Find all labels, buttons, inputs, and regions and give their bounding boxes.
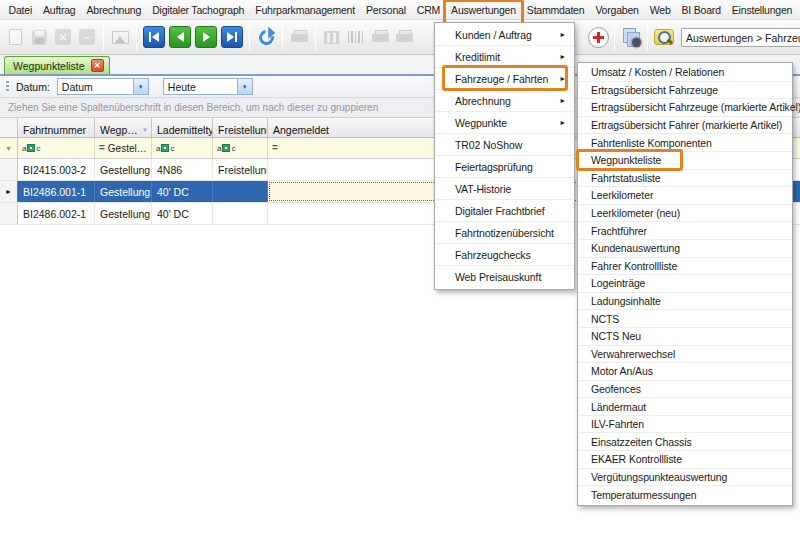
drag-grip-icon[interactable] [6, 81, 9, 92]
filter-cell-lademitteltyp[interactable]: ac [152, 138, 213, 158]
menu-item[interactable]: Fahrzeuge / Fahrten ► [435, 68, 574, 90]
print-preview-button[interactable] [368, 25, 392, 49]
submenu-item[interactable]: Motor An/Aus [578, 363, 792, 381]
chevron-down-icon[interactable]: ▼ [133, 79, 148, 94]
cell-lademitteltyp[interactable]: 40' DC [152, 181, 213, 202]
refresh-button[interactable] [254, 25, 278, 49]
menu-item[interactable]: Digitaler Frachtbrief [435, 200, 574, 222]
submenu-item[interactable]: Leerkilometer [578, 187, 792, 205]
submenu-item[interactable]: Vergütungspunkteauswertung [578, 469, 792, 487]
cell-wegpunkt[interactable]: Gestellung [95, 181, 152, 202]
submenu-item[interactable]: Fahrer Kontrollliste [578, 258, 792, 276]
menubar-item[interactable]: Stammdaten [521, 0, 590, 19]
submenu-item[interactable]: NCTS [578, 310, 792, 328]
menu-item[interactable]: TR02 NoShow [435, 134, 574, 156]
cell-lademitteltyp[interactable]: 40' DC [152, 203, 213, 224]
submenu-item[interactable]: Ländermaut [578, 398, 792, 416]
submenu-item[interactable]: Einsatzzeiten Chassis [578, 433, 792, 451]
submenu-item[interactable]: Frachtführer [578, 222, 792, 240]
menubar-item[interactable]: Datei [3, 0, 38, 19]
cell-wegpunkt[interactable]: Gestellung [95, 203, 152, 224]
submenu-item[interactable]: Umsatz / Kosten / Relationen [578, 64, 792, 82]
nav-previous-button[interactable] [169, 26, 191, 48]
cell-freistellung[interactable] [213, 181, 268, 202]
menubar-item[interactable]: Vorgaben [590, 0, 644, 19]
process-button[interactable] [619, 25, 643, 49]
submenu-item[interactable]: NCTS Neu [578, 328, 792, 346]
submenu-item[interactable]: Ertragsübersicht Fahrer (markierte Artik… [578, 117, 792, 135]
menubar-item[interactable]: BI Board [676, 0, 726, 19]
submenu-item[interactable]: Wegpunkteliste [578, 152, 792, 170]
menu-item[interactable]: VAT-Historie [435, 178, 574, 200]
nav-next-button[interactable] [195, 26, 217, 48]
submenu-item[interactable]: Leerkilometer (neu) [578, 205, 792, 223]
submenu-item[interactable]: Ertragsübersicht Fahrzeuge (markierte Ar… [578, 99, 792, 117]
add-button[interactable] [586, 25, 610, 49]
menubar-item[interactable]: Personal [360, 0, 411, 19]
cell-fahrtnummer[interactable]: BI2486.002-1 [18, 203, 95, 224]
filter-cell-fahrtnummer[interactable]: ac [18, 138, 95, 158]
menu-item[interactable]: Kunden / Auftrag ► [435, 24, 574, 46]
menubar-item[interactable]: Fuhrparkmanagement [250, 0, 361, 19]
cell-fahrtnummer[interactable]: BI2486.001-1 [18, 181, 95, 202]
filter-cell-freistellung[interactable]: ac [213, 138, 268, 158]
submenu-item[interactable]: Verwahrerwechsel [578, 346, 792, 364]
menu-item[interactable]: Web Preisauskunft [435, 266, 574, 288]
barcode-button[interactable] [344, 25, 368, 49]
tab-close-button[interactable]: ✕ [91, 59, 104, 72]
filter-funnel-icon[interactable]: ▼ [142, 127, 148, 133]
export-image-button[interactable] [108, 25, 132, 49]
cell-fahrtnummer[interactable]: BI2415.003-2 [18, 159, 95, 180]
submenu-item-label: Ladungsinhalte [591, 295, 661, 307]
fence-grid-button[interactable] [320, 25, 344, 49]
remove-button[interactable]: − [75, 25, 99, 49]
filter-cell-wegpunkt[interactable]: =Gestellung [95, 138, 152, 158]
menu-item[interactable]: Abrechnung ► [435, 90, 574, 112]
chevron-down-icon[interactable]: ▼ [237, 79, 252, 94]
print-export-button[interactable] [392, 25, 416, 49]
menubar-item[interactable]: Abrechnung [81, 0, 147, 19]
cell-lademitteltyp[interactable]: 4N86 [152, 159, 213, 180]
nav-first-button[interactable] [143, 26, 165, 48]
column-header-lademitteltyp[interactable]: Lademitteltyp [152, 118, 213, 137]
column-header-wegpunkt[interactable]: Wegpunkt▼ [95, 118, 152, 137]
menu-item[interactable]: Feiertagsprüfung [435, 156, 574, 178]
print-button[interactable] [287, 25, 311, 49]
date-range-combo[interactable]: Heute ▼ [163, 78, 253, 95]
submenu-item[interactable]: Ladungsinhalte [578, 293, 792, 311]
submenu-item[interactable]: Logeinträge [578, 275, 792, 293]
menu-item[interactable]: Wegpunkte ► [435, 112, 574, 134]
menu-item[interactable]: Kreditlimit ► [435, 46, 574, 68]
save-button[interactable] [27, 25, 51, 49]
cell-freistellung[interactable] [213, 203, 268, 224]
submenu-item[interactable]: Fahrtstatusliste [578, 170, 792, 188]
column-header-freistellung[interactable]: Freistellung [213, 118, 268, 137]
menu-item[interactable]: Fahrzeugchecks [435, 244, 574, 266]
submenu-item[interactable]: Fahrtenliste Komponenten [578, 134, 792, 152]
cell-wegpunkt[interactable]: Gestellung [95, 159, 152, 180]
submenu-item[interactable]: EKAER Kontrollliste [578, 451, 792, 469]
filter-indicator-cell[interactable]: ▼ [0, 138, 18, 158]
menubar-item[interactable]: Digitaler Tachograph [147, 0, 250, 19]
delete-button[interactable]: ✕ [51, 25, 75, 49]
cell-freistellung[interactable]: Freistellung [213, 159, 268, 180]
submenu-item[interactable]: ILV-Fahrten [578, 416, 792, 434]
tab-wegpunkteliste[interactable]: Wegpunkteliste ✕ [4, 56, 110, 74]
nav-last-button[interactable] [221, 26, 243, 48]
submenu-item[interactable]: Temperaturmessungen [578, 486, 792, 504]
submenu-item[interactable]: Kundenauswertung [578, 240, 792, 258]
submenu-item[interactable]: Geofences [578, 381, 792, 399]
submenu-item[interactable]: Ertragsübersicht Fahrzeuge [578, 82, 792, 100]
menu-item[interactable]: Fahrtnotizenübersicht [435, 222, 574, 244]
menubar-item[interactable]: Auftrag [38, 0, 81, 19]
menubar-item-label: Abrechnung [86, 4, 141, 16]
menubar-item[interactable]: CRM [411, 0, 445, 19]
menubar-item[interactable]: Einstellungen [726, 0, 797, 19]
new-document-button[interactable] [3, 25, 27, 49]
breadcrumb-field[interactable]: Auswertungen > Fahrzeuge / Fahrt [681, 28, 800, 47]
date-field-combo[interactable]: Datum ▼ [57, 78, 149, 95]
column-header-fahrtnummer[interactable]: Fahrtnummer [18, 118, 95, 137]
menubar-item[interactable]: Auswertungen [446, 0, 522, 19]
menubar-item[interactable]: Web [644, 0, 676, 19]
search-button[interactable] [652, 25, 676, 49]
